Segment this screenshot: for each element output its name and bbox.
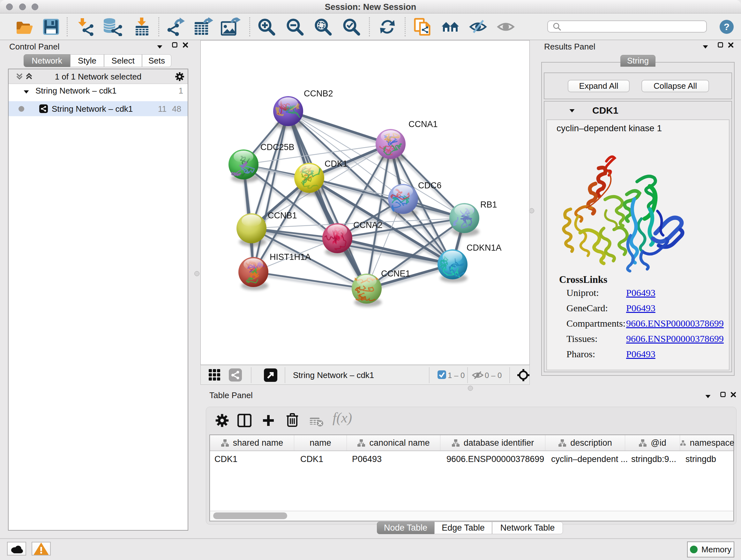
svg-text:CCNB1: CCNB1	[268, 211, 297, 220]
svg-text:CCNA1: CCNA1	[408, 119, 438, 129]
svg-text:RB1: RB1	[480, 200, 497, 209]
svg-text:CDK1: CDK1	[325, 159, 347, 169]
svg-text:CCNB2: CCNB2	[304, 89, 333, 98]
svg-text:CDKN1A: CDKN1A	[467, 243, 502, 253]
svg-text:CCNE1: CCNE1	[381, 269, 410, 278]
svg-text:HIST1H1A: HIST1H1A	[270, 252, 311, 262]
svg-text:CDC6: CDC6	[418, 181, 442, 190]
svg-text:CDC25B: CDC25B	[260, 142, 294, 152]
svg-text:?: ?	[724, 21, 730, 32]
svg-text:CCNA2: CCNA2	[353, 220, 383, 230]
